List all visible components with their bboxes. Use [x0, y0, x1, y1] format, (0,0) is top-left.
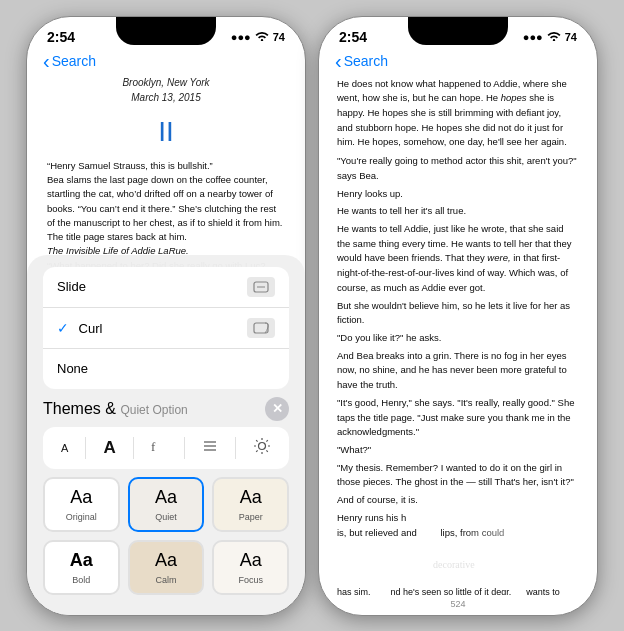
phones-container: 2:54 ●●● 74 Search Brooklyn, New York Ma… [26, 16, 598, 616]
svg-line-12 [266, 450, 267, 451]
theme-paper-label: Paper [239, 512, 263, 522]
time-right: 2:54 [339, 29, 367, 45]
theme-focus-sample: Aa [240, 550, 262, 571]
back-button-left[interactable]: Search [43, 51, 96, 71]
notch-right [408, 17, 508, 45]
slide-option-slide[interactable]: Slide [43, 267, 289, 308]
status-icons-right: ●●● 74 [523, 30, 577, 43]
theme-card-calm[interactable]: Aa Calm [128, 540, 205, 595]
line-spacing-icon[interactable] [194, 434, 226, 461]
wifi-icon [255, 30, 269, 43]
curl-icon [247, 318, 275, 338]
slide-option-none[interactable]: None [43, 349, 289, 389]
right-phone: 2:54 ●●● 74 Search He does not know what… [318, 16, 598, 616]
close-button[interactable]: ✕ [265, 397, 289, 421]
font-divider-3 [184, 437, 185, 459]
svg-line-14 [256, 450, 257, 451]
themes-section: Themes & Quiet Option ✕ [43, 397, 289, 421]
quiet-option-label: Quiet Option [120, 403, 187, 417]
font-divider-4 [235, 437, 236, 459]
overlay-panel: Slide ✓ Curl None [27, 255, 305, 615]
signal-icon-right: ●●● [523, 31, 543, 43]
status-icons-left: ●●● 74 [231, 30, 285, 43]
font-large-btn[interactable]: A [95, 434, 123, 462]
font-divider-1 [85, 437, 86, 459]
theme-bold-sample: Aa [70, 550, 93, 571]
slide-icon [247, 277, 275, 297]
theme-quiet-sample: Aa [155, 487, 177, 508]
nav-bar-left[interactable]: Search [27, 49, 305, 75]
nav-bar-right[interactable]: Search [319, 49, 597, 75]
theme-original-label: Original [66, 512, 97, 522]
theme-calm-sample: Aa [155, 550, 177, 571]
back-button-right[interactable]: Search [335, 51, 388, 71]
wifi-icon-right [547, 30, 561, 43]
battery-icon-right: 74 [565, 31, 577, 43]
svg-text:f: f [151, 439, 156, 454]
svg-line-13 [266, 440, 267, 441]
theme-grid: Aa Original Aa Quiet Aa Paper Aa Bold Aa [43, 477, 289, 595]
themes-label: Themes & Quiet Option [43, 400, 188, 418]
check-icon: ✓ [57, 320, 69, 336]
theme-paper-sample: Aa [240, 487, 262, 508]
theme-card-focus[interactable]: Aa Focus [212, 540, 289, 595]
svg-text:decorative: decorative [433, 559, 475, 570]
theme-card-paper[interactable]: Aa Paper [212, 477, 289, 532]
battery-icon: 74 [273, 31, 285, 43]
theme-card-bold[interactable]: Aa Bold [43, 540, 120, 595]
font-type-icon[interactable]: f [143, 434, 175, 461]
theme-card-quiet[interactable]: Aa Quiet [128, 477, 205, 532]
font-controls: A A f [43, 427, 289, 469]
theme-original-sample: Aa [70, 487, 92, 508]
slide-options: Slide ✓ Curl None [43, 267, 289, 389]
brightness-icon[interactable] [245, 433, 279, 463]
svg-point-6 [259, 442, 266, 449]
theme-focus-label: Focus [238, 575, 263, 585]
font-small-btn[interactable]: A [53, 438, 76, 458]
time-left: 2:54 [47, 29, 75, 45]
svg-line-11 [256, 440, 257, 441]
theme-quiet-label: Quiet [155, 512, 177, 522]
right-book-content: He does not know what happened to Addie,… [319, 75, 597, 595]
slide-option-curl[interactable]: ✓ Curl [43, 308, 289, 349]
chapter-num: II [47, 110, 285, 153]
left-phone: 2:54 ●●● 74 Search Brooklyn, New York Ma… [26, 16, 306, 616]
theme-bold-label: Bold [72, 575, 90, 585]
theme-calm-label: Calm [155, 575, 176, 585]
notch [116, 17, 216, 45]
font-divider-2 [133, 437, 134, 459]
book-header: Brooklyn, New York March 13, 2015 [47, 75, 285, 106]
signal-icon: ●●● [231, 31, 251, 43]
page-number: 524 [319, 595, 597, 616]
theme-card-original[interactable]: Aa Original [43, 477, 120, 532]
none-icon [247, 359, 275, 379]
